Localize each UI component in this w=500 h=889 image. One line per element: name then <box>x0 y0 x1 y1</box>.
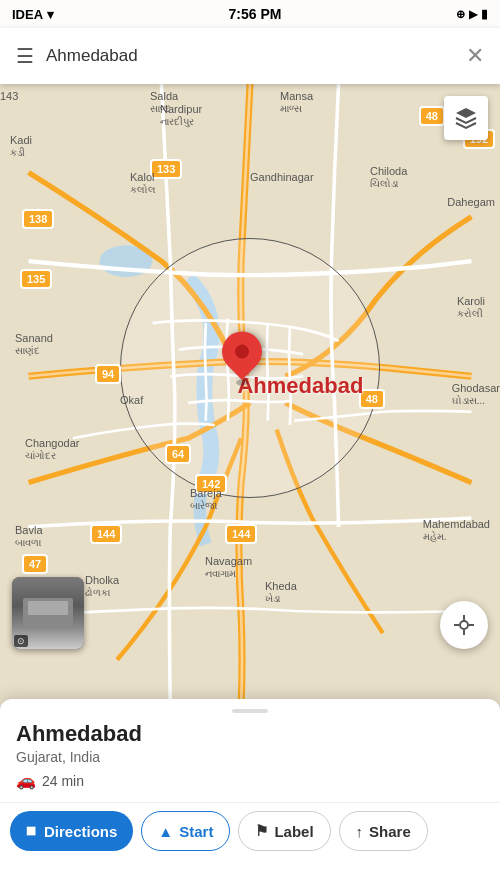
label-dahegam: Dahegam <box>447 196 495 208</box>
label-bavla: Bavlaબાવળા <box>15 524 43 549</box>
map-background: Ahmedabad 48 192 138 133 135 94 48 64 14… <box>0 84 500 704</box>
start-icon: ▲ <box>158 823 173 840</box>
car-icon: 🚗 <box>16 771 36 790</box>
share-label: Share <box>369 823 411 840</box>
label-ghodasar: Ghodasarઘોડાસ... <box>452 382 500 407</box>
label-salda: Saldaસાળ્દ <box>150 90 178 115</box>
status-bar: IDEA ▾ 7:56 PM ⊕ ▶ ▮ <box>0 0 500 28</box>
route-badge-64: 64 <box>165 444 191 464</box>
carrier-label: IDEA <box>12 7 43 22</box>
signal-icon: ▶ <box>469 8 477 21</box>
route-badge-48a: 48 <box>419 106 445 126</box>
route-badge-135: 135 <box>20 269 52 289</box>
location-icon: ⊕ <box>456 8 465 21</box>
directions-label: Directions <box>44 823 117 840</box>
route-badge-144a: 144 <box>90 524 122 544</box>
label-mahemdabad: Mahemdabadમહેમ. <box>423 518 490 543</box>
close-icon[interactable]: ✕ <box>466 43 484 69</box>
route-badge-138a: 138 <box>22 209 54 229</box>
menu-icon[interactable]: ☰ <box>16 44 34 68</box>
status-left: IDEA ▾ <box>12 7 54 22</box>
directions-button[interactable]: ◆ Directions <box>10 811 133 851</box>
label-gandhinagar: Gandhinagar <box>250 171 314 183</box>
label-143: 143 <box>0 90 18 102</box>
label-okaf: Okaf <box>120 394 143 406</box>
status-time: 7:56 PM <box>229 6 282 22</box>
sheet-handle[interactable] <box>232 709 268 713</box>
share-button[interactable]: ↑ Share <box>339 811 428 851</box>
label-kalol: Kalolકલોલ <box>130 171 156 196</box>
label-navagam: Navagamનવાગામ <box>205 555 252 580</box>
street-view-thumbnail[interactable]: ⊙ <box>12 577 84 649</box>
location-pin[interactable] <box>222 332 262 384</box>
label-kheda: Khedaખેડા <box>265 580 297 605</box>
state-name: Gujarat, India <box>16 749 484 765</box>
drive-time: 🚗 24 min <box>16 771 484 790</box>
label-dholka: Dholkaઢોળકા <box>85 574 119 599</box>
label-sanand: Sanandસાણંદ <box>15 332 53 357</box>
label-chiloda: Chilodaચિલોડા <box>370 165 407 190</box>
city-name: Ahmedabad <box>16 721 484 747</box>
directions-icon: ◆ <box>21 820 42 841</box>
wifi-icon: ▾ <box>47 7 54 22</box>
label-icon: ⚑ <box>255 822 268 840</box>
map-area[interactable]: Ahmedabad 48 192 138 133 135 94 48 64 14… <box>0 84 500 704</box>
label-bareja: Barejaબારેજા <box>190 487 222 512</box>
layer-button[interactable] <box>444 96 488 140</box>
route-badge-47: 47 <box>22 554 48 574</box>
svg-point-2 <box>460 621 468 629</box>
start-label: Start <box>179 823 213 840</box>
battery-icon: ▮ <box>481 7 488 21</box>
action-buttons-bar: ◆ Directions ▲ Start ⚑ Label ↑ Share <box>0 802 500 859</box>
street-view-label: ⊙ <box>14 635 28 647</box>
status-icons: ⊕ ▶ ▮ <box>456 7 488 21</box>
label-mansa: Mansaમાળ્સ <box>280 90 313 115</box>
search-input[interactable] <box>46 46 454 66</box>
label-changodar: Changodarચાંગોદર <box>25 437 79 462</box>
search-bar: ☰ ✕ <box>0 28 500 84</box>
label-button[interactable]: ⚑ Label <box>238 811 330 851</box>
start-button[interactable]: ▲ Start <box>141 811 230 851</box>
label-text: Label <box>274 823 313 840</box>
route-badge-144b: 144 <box>225 524 257 544</box>
location-button[interactable] <box>440 601 488 649</box>
label-kadi: Kadiકડી <box>10 134 32 159</box>
bottom-sheet: Ahmedabad Gujarat, India 🚗 24 min ◆ Dire… <box>0 699 500 889</box>
label-karoli: Karoliકરોલી <box>457 295 485 320</box>
route-badge-94: 94 <box>95 364 121 384</box>
share-icon: ↑ <box>356 823 364 840</box>
location-info: Ahmedabad Gujarat, India 🚗 24 min <box>0 721 500 802</box>
drive-time-value: 24 min <box>42 773 84 789</box>
